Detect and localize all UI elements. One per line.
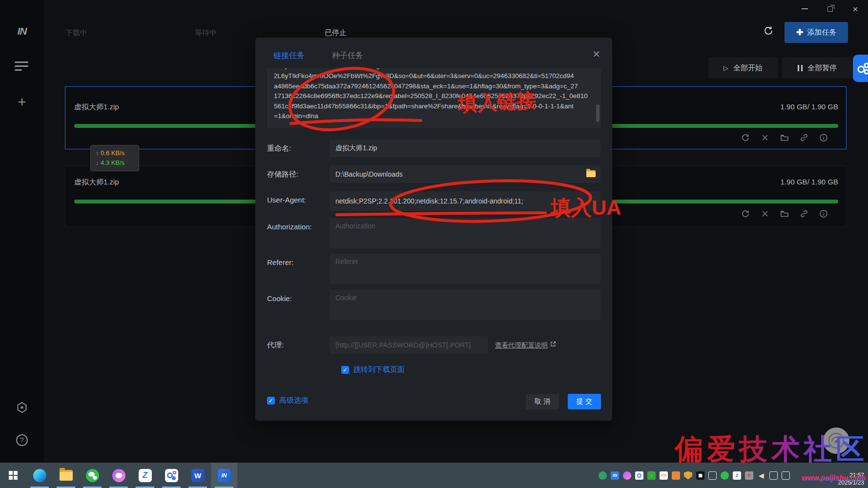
start-all-label: 全部开始 [733,63,763,73]
url-line: 2L6yTIkFko4mr0OOe%2FbWt%2Fg%3D&so=0&ut=6… [274,71,594,81]
url-scrollbar[interactable] [596,104,599,122]
taskbar-clock[interactable]: 21:57 2025/1/23 [838,472,864,487]
windows-logo-icon [9,471,18,480]
redownload-icon[interactable] [741,133,750,142]
add-task-dialog: 链接任务 种子任务 ✕ 2L6yTIkFko4mr0OOe%2FbWt%2Fg%… [255,38,612,421]
taskbar-download-manager[interactable]: IN [211,463,237,488]
settings-icon[interactable] [0,401,44,414]
browse-folder-icon[interactable] [586,170,596,177]
pause-all-label: 全部暂停 [807,63,837,73]
taskbar-cloud-doc[interactable]: Z [132,463,158,488]
proxy-help-link[interactable]: 查看代理配置说明 [495,336,556,354]
clock-date: 2025/1/23 [838,479,864,487]
in-app-icon: IN [218,469,231,482]
tray-in-app-icon[interactable]: IN [611,471,619,480]
tray-shield-icon[interactable] [684,471,692,480]
copy-link-icon[interactable] [800,209,808,218]
cancel-button[interactable]: 取 消 [526,394,559,409]
cookie-input[interactable] [330,290,600,320]
windows-taskbar: Z W IN IN ↓ <> ▣ Z ⊘ ◀ [0,463,868,488]
minimize-icon [802,8,808,9]
rename-label: 重命名: [267,140,330,157]
tray-resolve-icon[interactable]: ▣ [696,471,704,480]
copy-link-icon[interactable] [800,133,808,142]
tray-network-icon[interactable] [782,471,790,480]
tray-battery-icon[interactable] [769,471,778,480]
submit-button[interactable]: 提 交 [568,394,601,409]
checkbox-checked-icon: ✓ [341,366,349,374]
proxy-input[interactable] [330,336,488,354]
taskbar-circles-app[interactable] [158,463,185,488]
path-input[interactable] [330,165,600,183]
tab-waiting[interactable]: 等待中 [195,28,217,38]
referer-input[interactable] [330,254,600,284]
tray-browser-icon[interactable] [672,471,680,480]
jump-label: 跳转到下载页面 [353,365,405,374]
tray-blocked-monitor-icon[interactable]: ⊘ [745,471,753,480]
tray-volume-icon[interactable]: ◀ [757,471,765,480]
info-icon[interactable] [819,133,828,142]
proxy-help-label: 查看代理配置说明 [495,341,548,350]
external-link-icon [550,341,556,347]
user-agent-input[interactable] [330,191,600,211]
authorization-input[interactable] [330,218,600,248]
tab-link-task[interactable]: 链接任务 [273,51,305,61]
system-tray: IN ↓ <> ▣ Z ⊘ ◀ [599,471,790,480]
taskbar-cat-app[interactable] [105,463,132,488]
close-icon: × [852,4,858,14]
taskbar-word[interactable]: W [185,463,211,488]
taskbar-edge[interactable] [26,463,53,488]
info-icon[interactable] [819,209,828,218]
tray-idm-icon[interactable]: ↓ [647,471,656,480]
tray-wechat-icon[interactable] [721,471,729,480]
pause-all-button[interactable]: 全部暂停 [782,58,852,78]
open-folder-icon[interactable] [780,209,789,218]
cookie-label: Cookie: [267,290,330,320]
tray-circles-icon[interactable] [635,471,643,480]
refresh-icon [763,25,774,36]
url-line: =1&origin=dlna [274,111,594,122]
help-icon[interactable]: ? [0,434,44,446]
tray-code-icon[interactable]: <> [660,471,668,480]
cloud-doc-icon: Z [139,469,152,482]
tab-stopped[interactable]: 已停止 [325,28,347,38]
url-line: a4865eeadb6c75daa372a79246124562c047298&… [274,81,594,92]
delete-icon[interactable] [761,209,769,218]
jump-to-download-checkbox[interactable]: ✓ 跳转到下载页面 [341,365,405,374]
rename-input[interactable] [330,140,600,157]
tray-stack-icon[interactable] [708,471,717,480]
open-folder-icon[interactable] [780,133,789,142]
url-textarea[interactable]: 2L6yTIkFko4mr0OOe%2FbWt%2Fg%3D&so=0&ut=6… [267,68,601,128]
refresh-button[interactable] [763,25,774,38]
dialog-close-icon[interactable]: ✕ [592,48,600,60]
add-task-button[interactable]: ✚ 添加任务 [785,22,848,43]
referer-label: Referer: [267,254,330,284]
speed-gauge-floating-button[interactable] [823,427,849,454]
maximize-button[interactable] [817,0,843,18]
download-speed: ↓ 4.3 KB/s [96,158,134,168]
add-icon[interactable]: + [0,94,44,110]
tray-cloud-icon[interactable]: Z [733,471,741,480]
tray-cat-icon[interactable] [623,471,631,480]
tab-torrent-task[interactable]: 种子任务 [332,51,363,61]
redownload-icon[interactable] [741,209,750,218]
app-window: × IN + ? 下载中 等待中 已停止 ✚ 添加任务 ▷ 全部开始 全部暂停 [0,0,868,488]
delete-icon[interactable] [761,133,769,142]
advanced-options-checkbox[interactable]: ✓ 高级选项 [267,396,309,405]
start-button[interactable] [0,463,26,488]
task-list-menu-icon[interactable] [15,61,29,71]
task-actions [741,133,828,142]
tab-downloading[interactable]: 下载中 [65,28,87,38]
taskbar-wechat[interactable] [79,463,105,488]
close-button[interactable]: × [843,0,868,18]
start-all-button[interactable]: ▷ 全部开始 [708,58,778,78]
tray-recorder-icon[interactable] [599,471,607,480]
task-size: 1.90 GB/ 1.90 GB [781,178,838,186]
user-agent-label: User-Agent: [267,191,330,211]
app-logo: IN [0,25,44,37]
taskbar-file-explorer[interactable] [53,463,79,488]
word-icon: W [191,469,205,482]
minimize-button[interactable] [792,0,817,18]
netdisk-plugin-button[interactable] [853,55,868,82]
checkbox-checked-icon: ✓ [267,397,275,405]
